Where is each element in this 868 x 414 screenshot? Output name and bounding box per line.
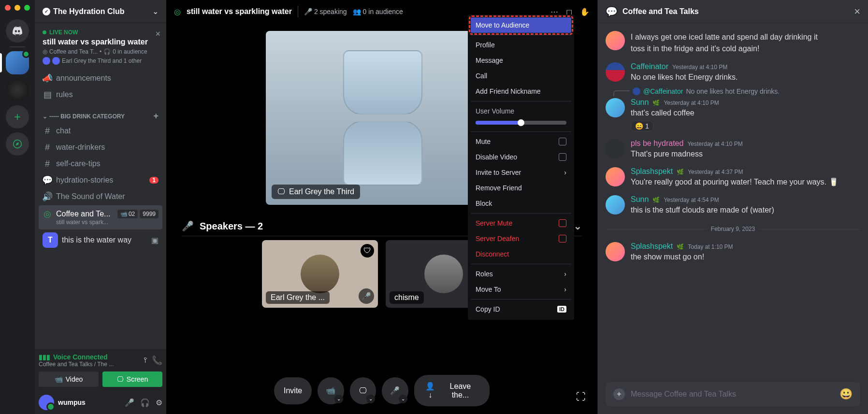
screen-share-icon: ▣ (151, 236, 159, 245)
add-channel-button[interactable]: + (153, 111, 159, 121)
video-button[interactable]: 📹Video (39, 371, 99, 387)
avatar[interactable] (39, 395, 54, 410)
message-author[interactable]: Sunn (631, 195, 649, 204)
message-text: You're really good at pouring water! Tea… (631, 177, 860, 187)
moderator-badge-icon: 🛡 (361, 244, 374, 257)
camera-toggle-button[interactable]: 📹⌄ (318, 377, 344, 404)
mic-toggle-button[interactable]: 🎤⌄ (382, 377, 408, 404)
speaking-count: 2 speaking (314, 8, 347, 15)
explore-servers-button[interactable] (6, 132, 29, 156)
ctx-disconnect[interactable]: Disconnect (471, 246, 571, 262)
screen-share-button[interactable]: 🖵Screen (102, 371, 162, 387)
chevron-right-icon: › (564, 286, 566, 293)
collapse-speakers-button[interactable]: ⌄ (574, 220, 582, 232)
speaker-card[interactable]: 🛡 Earl Grey the ... 🎤 (262, 240, 378, 308)
message-input[interactable] (631, 390, 834, 399)
ctx-volume-label: User Volume (471, 103, 571, 119)
ctx-remove-friend[interactable]: Remove Friend (471, 180, 571, 196)
avatar[interactable] (606, 98, 625, 117)
ctx-move-to[interactable]: Move To› (471, 282, 571, 297)
live-now-card[interactable]: × LIVE NOW still water vs sparkling wate… (35, 23, 166, 71)
compass-icon (13, 139, 22, 149)
avatar[interactable] (606, 167, 625, 186)
video-tile[interactable]: 🖵Earl Grey the Third (266, 31, 498, 205)
leaf-icon: 🌿 (652, 197, 660, 203)
message-time: Yesterday at 4:10 PM (687, 141, 742, 147)
channel-chat[interactable]: #chat (39, 123, 162, 139)
chat-header: 💬 Coffee and Tea Talks × (598, 0, 868, 23)
screenshare-toggle-button[interactable]: 🖵⌄ (350, 377, 376, 404)
channel-user-t[interactable]: T this is the water way ▣ (39, 230, 162, 250)
raise-hand-button[interactable]: ✋ (580, 7, 590, 16)
server-other[interactable] (6, 78, 29, 101)
current-username[interactable]: wumpus (58, 399, 86, 406)
avatar[interactable] (606, 195, 625, 214)
message-author[interactable]: Splashspekt (631, 242, 673, 251)
message-author[interactable]: pls be hydrated (631, 139, 683, 148)
window-traffic-lights[interactable] (5, 5, 30, 11)
ctx-disable-video[interactable]: Disable Video (471, 149, 571, 165)
disconnect-button[interactable]: 📞 (152, 355, 162, 366)
server-name: The Hydration Club (53, 7, 125, 16)
attach-button[interactable]: + (613, 388, 625, 400)
message-text: the show must go on! (631, 252, 860, 262)
message-author[interactable]: Sunn (631, 98, 649, 107)
channel-sound-of-water[interactable]: 🔊The Sound of Water (39, 189, 162, 204)
chat-messages[interactable]: I always get one iced latte and spend al… (598, 23, 868, 374)
avatar: T (43, 232, 58, 248)
mic-icon: 🎤 (182, 220, 194, 232)
ctx-add-nickname[interactable]: Add Friend Nickname (471, 84, 571, 99)
add-server-button[interactable]: + (6, 105, 29, 128)
fullscreen-button[interactable]: ⛶ (576, 391, 586, 402)
settings-button[interactable]: ⚙ (156, 398, 162, 407)
home-button[interactable] (6, 19, 29, 43)
video-participant-name: 🖵Earl Grey the Third (272, 185, 360, 199)
server-hydration-club[interactable] (6, 51, 29, 74)
chevron-down-icon: ⌄ (152, 7, 159, 16)
message-author[interactable]: Caffeinator (631, 62, 668, 71)
ctx-profile[interactable]: Profile (471, 37, 571, 53)
invite-button[interactable]: Invite (274, 377, 312, 404)
mic-icon: 🎤 (304, 8, 312, 15)
ctx-invite-to-server[interactable]: Invite to Server› (471, 165, 571, 180)
ctx-copy-id[interactable]: Copy IDID (471, 301, 571, 317)
channel-sidebar: ✓The Hydration Club ⌄ × LIVE NOW still w… (35, 0, 166, 414)
channel-announcements[interactable]: 📣announcements (39, 71, 162, 86)
close-chat-button[interactable]: × (854, 5, 860, 18)
message-text: No one likes hot Energy drinks. (631, 72, 860, 83)
message-author[interactable]: Splashspekt (631, 167, 673, 176)
ctx-roles[interactable]: Roles› (471, 266, 571, 282)
close-live-button[interactable]: × (155, 29, 160, 39)
chat-panel: 💬 Coffee and Tea Talks × I always get on… (597, 0, 868, 414)
rules-icon: ▤ (43, 90, 52, 100)
ctx-server-deafen[interactable]: Server Deafen (471, 231, 571, 246)
ctx-mute[interactable]: Mute (471, 134, 571, 149)
mute-button[interactable]: 🎤 (125, 398, 134, 407)
signal-icon: ▮▮▮ (39, 353, 50, 361)
avatar[interactable] (606, 242, 625, 261)
camera-icon: 📹 (326, 386, 335, 395)
ctx-server-mute[interactable]: Server Mute (471, 215, 571, 231)
ctx-block[interactable]: Block (471, 196, 571, 211)
avatar[interactable] (606, 62, 625, 82)
channel-coffee-tea-stage[interactable]: ◎ Coffee and Te... 📹 02 9999 still water… (39, 205, 162, 229)
leave-stage-button[interactable]: 👤↓Leave the... (414, 375, 490, 406)
ctx-message[interactable]: Message (471, 53, 571, 68)
screen-icon: 🖵 (277, 187, 285, 196)
ctx-call[interactable]: Call (471, 68, 571, 84)
reaction[interactable]: 😄 1 (631, 121, 653, 131)
ctx-volume-slider[interactable] (471, 119, 571, 129)
avatar[interactable] (606, 139, 625, 158)
ctx-move-to-audience[interactable]: Move to Audience (471, 17, 571, 33)
channel-self-care-tips[interactable]: #self-care-tips (39, 156, 162, 171)
emoji-picker-button[interactable]: 😀 (839, 388, 853, 400)
channel-water-drinkers[interactable]: #water-drinkers (39, 140, 162, 155)
avatar[interactable] (606, 31, 625, 50)
server-header[interactable]: ✓The Hydration Club ⌄ (35, 0, 166, 23)
stage-subtitle: still water vs spark... (56, 219, 159, 226)
channel-rules[interactable]: ▤rules (39, 87, 162, 102)
category-big-drink[interactable]: ⌄----- BIG DRINK CATEGORY+ (39, 103, 162, 123)
channel-hydration-stories[interactable]: 💬hydration-stories1 (39, 172, 162, 188)
deafen-button[interactable]: 🎧 (140, 398, 150, 407)
noise-suppression-button[interactable]: ⫯ (144, 355, 148, 366)
